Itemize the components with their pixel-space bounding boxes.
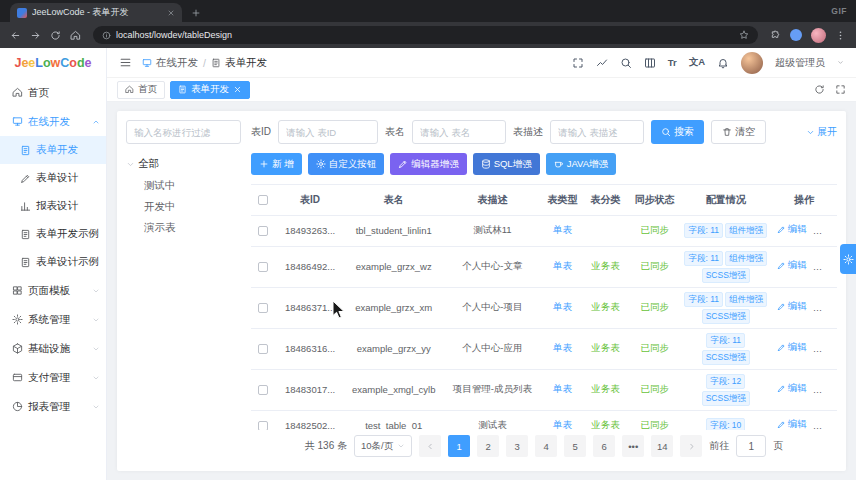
column-header: 表名 <box>345 185 442 215</box>
row-checkbox[interactable] <box>258 303 268 313</box>
sidebar-item-payment-mgmt[interactable]: 支付管理 <box>0 363 106 392</box>
table-desc-input[interactable] <box>550 120 644 144</box>
app-logo[interactable]: JeeLowCode <box>0 48 106 78</box>
row-checkbox[interactable] <box>258 344 268 354</box>
expand-icon[interactable] <box>835 84 846 95</box>
row-checkbox[interactable] <box>258 421 268 430</box>
edit-button[interactable]: 编辑 <box>777 259 807 272</box>
font-size-icon[interactable]: Tr <box>668 57 677 68</box>
edit-button[interactable]: 编辑 <box>777 382 807 395</box>
columns-layout-icon[interactable] <box>644 57 656 69</box>
java-enhance-button[interactable]: JAVA增强 <box>546 153 616 175</box>
page-button[interactable]: 2 <box>477 435 499 457</box>
sidebar-item-online-dev[interactable]: 在线开发 <box>0 107 106 136</box>
avatar[interactable] <box>741 52 763 74</box>
clear-button[interactable]: 清空 <box>711 120 766 144</box>
sidebar-item-infrastructure[interactable]: 基础设施 <box>0 334 106 363</box>
breadcrumb-separator: / <box>203 57 206 69</box>
breadcrumb-parent[interactable]: 在线开发 <box>156 56 198 70</box>
bookmark-star-icon[interactable] <box>739 30 749 40</box>
extension-badge[interactable] <box>790 29 802 41</box>
page-button[interactable]: 5 <box>564 435 586 457</box>
sidebar-item-form-design[interactable]: 表单设计 <box>0 164 106 192</box>
custom-button-button[interactable]: 自定义按钮 <box>308 153 385 175</box>
sidebar-item-label: 报表管理 <box>28 400 70 414</box>
search-icon[interactable] <box>620 57 632 69</box>
chevron-down-icon <box>834 346 837 353</box>
config-tag: 字段: 11 <box>706 333 745 348</box>
theme-settings-button[interactable] <box>840 244 856 274</box>
next-page-button[interactable] <box>680 435 702 457</box>
line-chart-icon[interactable] <box>596 57 608 69</box>
row-checkbox[interactable] <box>258 262 268 272</box>
table-id-input[interactable] <box>278 120 378 144</box>
reload-icon[interactable] <box>50 30 61 41</box>
browser-home-icon[interactable] <box>70 30 81 41</box>
username[interactable]: 超级管理员 <box>775 56 825 70</box>
config-tag: SCSS增强 <box>702 309 750 324</box>
url-text: localhost/lowdev/tableDesign <box>116 30 232 40</box>
sidebar-item-label: 基础设施 <box>28 342 70 356</box>
tree-node-all[interactable]: 全部 <box>126 153 241 175</box>
tree-node-developing[interactable]: 开发中 <box>126 196 241 217</box>
browser-menu-icon[interactable] <box>835 30 846 41</box>
select-all-checkbox[interactable] <box>258 195 268 205</box>
add-button[interactable]: 新 增 <box>251 153 302 175</box>
tab-home[interactable]: 首页 <box>117 81 165 99</box>
edit-button[interactable]: 编辑 <box>777 418 807 430</box>
forward-icon[interactable] <box>30 30 41 41</box>
column-header: 配置情况 <box>681 185 771 215</box>
sidebar-item-report-mgmt[interactable]: 报表管理 <box>0 392 106 421</box>
chevron-down-icon <box>92 316 100 324</box>
close-icon[interactable] <box>233 85 242 94</box>
browser-tabstrip: JeeLowCode - 表单开发 GIF <box>0 0 856 22</box>
sidebar-item-page-template[interactable]: 页面模板 <box>0 276 106 305</box>
goto-page-input[interactable] <box>736 435 766 457</box>
hamburger-icon[interactable] <box>119 56 132 69</box>
edit-button[interactable]: 编辑 <box>777 300 807 313</box>
translate-icon[interactable]: 文A <box>689 56 705 69</box>
tree-node-testing[interactable]: 测试中 <box>126 175 241 196</box>
editor-enhance-button[interactable]: 编辑器增强 <box>390 153 467 175</box>
search-icon <box>661 127 671 137</box>
edit-button[interactable]: 编辑 <box>777 223 807 236</box>
sidebar-item-home[interactable]: 首页 <box>0 78 106 107</box>
row-checkbox[interactable] <box>258 385 268 395</box>
row-checkbox[interactable] <box>258 226 268 236</box>
more-pages-button[interactable]: ••• <box>622 435 644 457</box>
new-tab-icon[interactable] <box>191 8 201 18</box>
back-icon[interactable] <box>10 30 21 41</box>
page-button[interactable]: 3 <box>506 435 528 457</box>
extensions-icon[interactable] <box>770 30 781 41</box>
page-button[interactable]: 6 <box>593 435 615 457</box>
page-button[interactable]: 4 <box>535 435 557 457</box>
search-button[interactable]: 搜索 <box>651 120 704 144</box>
address-bar[interactable]: localhost/lowdev/tableDesign <box>93 26 758 44</box>
sql-enhance-button[interactable]: SQL增强 <box>473 153 540 175</box>
fullscreen-icon[interactable] <box>572 57 584 69</box>
expand-toggle[interactable]: 展开 <box>806 125 837 139</box>
table-row: 18486316... example_grzx_yy 个人中心-应用 单表 业… <box>251 328 837 369</box>
refresh-icon[interactable] <box>814 84 825 95</box>
sidebar-item-form-dev-example[interactable]: 表单开发示例 <box>0 220 106 248</box>
browser-profile-avatar[interactable] <box>811 28 826 43</box>
sidebar-item-form-dev[interactable]: 表单开发 <box>0 136 106 164</box>
sidebar-item-report-design[interactable]: 报表设计 <box>0 192 106 220</box>
prev-page-button[interactable] <box>419 435 441 457</box>
page-button-last[interactable]: 14 <box>651 435 673 457</box>
trash-icon <box>722 127 732 137</box>
page-button[interactable]: 1 <box>448 435 470 457</box>
edit-button[interactable]: 编辑 <box>777 341 807 354</box>
browser-tab[interactable]: JeeLowCode - 表单开发 <box>10 3 182 22</box>
tree-filter-input[interactable] <box>126 120 241 144</box>
tab-form-dev[interactable]: 表单开发 <box>170 81 250 99</box>
tab-close-icon[interactable] <box>167 9 175 17</box>
page-size-select[interactable]: 10条/页 <box>354 435 412 457</box>
edit-icon <box>777 384 786 393</box>
bell-icon[interactable] <box>717 57 729 69</box>
sidebar-item-system-mgmt[interactable]: 系统管理 <box>0 305 106 334</box>
tree-node-demo[interactable]: 演示表 <box>126 217 241 238</box>
sidebar-item-form-design-example[interactable]: 表单设计示例 <box>0 248 106 276</box>
site-info-icon[interactable] <box>102 31 111 40</box>
table-name-input[interactable] <box>412 120 506 144</box>
